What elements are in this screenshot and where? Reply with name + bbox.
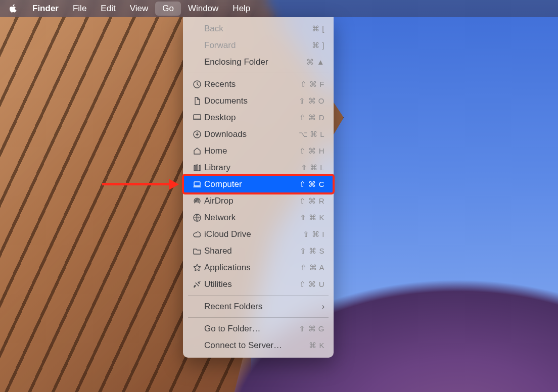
menu-item-airdrop[interactable]: AirDrop⇧ ⌘ R <box>183 192 334 209</box>
home-icon <box>190 146 204 156</box>
menubar-app-name[interactable]: Finder <box>25 2 66 16</box>
menu-item-shortcut: ⌘ ] <box>312 41 324 50</box>
menu-item-shortcut: ⇧ ⌘ G <box>299 324 324 333</box>
menu-item-label: Recent Folders <box>204 302 322 312</box>
menu-item-shortcut: ⇧ ⌘ L <box>301 163 324 172</box>
go-menu-dropdown: Back⌘ [Forward⌘ ]Enclosing Folder⌘ ▲Rece… <box>183 17 334 358</box>
menu-item-connect-to-server[interactable]: Connect to Server…⌘ K <box>183 337 334 354</box>
menu-item-shortcut: ⌥ ⌘ L <box>299 130 324 139</box>
menu-item-label: Back <box>204 24 312 34</box>
menu-item-desktop[interactable]: Desktop⇧ ⌘ D <box>183 109 334 126</box>
menu-item-label: Home <box>204 146 299 156</box>
menu-item-label: Utilities <box>204 279 299 289</box>
menu-item-shortcut: ⌘ [ <box>312 24 324 33</box>
menu-item-shared[interactable]: Shared⇧ ⌘ S <box>183 242 334 259</box>
menu-item-label: Computer <box>204 179 299 189</box>
menu-item-label: Connect to Server… <box>204 340 309 351</box>
menu-item-shortcut: ⇧ ⌘ A <box>300 263 324 272</box>
menu-item-shortcut: ⇧ ⌘ O <box>299 96 324 106</box>
menu-item-label: Forward <box>204 40 312 51</box>
menu-item-label: Recents <box>204 79 300 89</box>
menu-item-recents[interactable]: Recents⇧ ⌘ F <box>183 76 334 92</box>
menu-item-shortcut: ⌘ ▲ <box>306 58 324 67</box>
menu-item-downloads[interactable]: Downloads⌥ ⌘ L <box>183 126 334 142</box>
menu-item-shortcut: ⇧ ⌘ U <box>299 280 324 289</box>
svg-rect-4 <box>194 182 200 186</box>
applications-icon <box>190 263 204 272</box>
airdrop-icon <box>190 197 204 206</box>
desktop-icon <box>190 113 204 122</box>
library-icon <box>190 163 204 172</box>
svg-rect-2 <box>194 118 201 120</box>
menubar-item-help[interactable]: Help <box>225 2 257 16</box>
document-icon <box>190 96 204 106</box>
menu-item-label: Downloads <box>204 129 299 139</box>
menu-item-shortcut: ⇧ ⌘ S <box>300 247 324 256</box>
menubar-item-file[interactable]: File <box>66 2 94 16</box>
svg-point-5 <box>196 200 198 202</box>
menu-item-label: Documents <box>204 96 299 106</box>
menu-item-icloud[interactable]: iCloud Drive⇧ ⌘ I <box>183 226 334 242</box>
menu-item-shortcut: ⇧ ⌘ K <box>300 213 324 222</box>
menu-item-home[interactable]: Home⇧ ⌘ H <box>183 142 334 159</box>
menu-item-label: Applications <box>204 263 300 273</box>
menu-item-back: Back⌘ [ <box>183 20 334 37</box>
menu-separator <box>188 317 329 318</box>
menubar-item-view[interactable]: View <box>123 2 156 16</box>
menu-item-enclosing[interactable]: Enclosing Folder⌘ ▲ <box>183 54 334 70</box>
menu-item-forward: Forward⌘ ] <box>183 37 334 54</box>
menu-item-computer[interactable]: Computer⇧ ⌘ C <box>183 176 334 192</box>
menubar-item-window[interactable]: Window <box>181 2 225 16</box>
menu-item-label: Shared <box>204 246 300 256</box>
menu-item-utilities[interactable]: Utilities⇧ ⌘ U <box>183 276 334 292</box>
menu-item-label: Desktop <box>204 113 299 123</box>
clock-icon <box>190 80 204 89</box>
chevron-right-icon: › <box>322 302 324 311</box>
menu-item-label: Enclosing Folder <box>204 57 306 67</box>
menu-item-label: iCloud Drive <box>204 229 303 239</box>
menu-item-label: Library <box>204 163 301 173</box>
menu-item-applications[interactable]: Applications⇧ ⌘ A <box>183 259 334 276</box>
downloads-icon <box>190 130 204 139</box>
menu-item-label: Network <box>204 213 300 223</box>
menu-item-shortcut: ⇧ ⌘ H <box>299 146 324 156</box>
menu-item-shortcut: ⇧ ⌘ C <box>299 180 324 189</box>
menu-item-library[interactable]: Library⇧ ⌘ L <box>183 159 334 176</box>
menubar: Finder FileEditViewGoWindowHelp <box>0 0 558 17</box>
menu-item-network[interactable]: Network⇧ ⌘ K <box>183 209 334 226</box>
menubar-item-edit[interactable]: Edit <box>94 2 122 16</box>
menu-item-shortcut: ⇧ ⌘ I <box>303 230 324 239</box>
network-icon <box>190 213 204 222</box>
menu-item-documents[interactable]: Documents⇧ ⌘ O <box>183 92 334 109</box>
menu-item-shortcut: ⌘ K <box>309 341 324 350</box>
menu-separator <box>188 295 329 296</box>
menu-item-go-to-folder[interactable]: Go to Folder…⇧ ⌘ G <box>183 320 334 337</box>
menubar-item-go[interactable]: Go <box>155 2 181 16</box>
menu-item-label: Go to Folder… <box>204 324 299 334</box>
menu-separator <box>188 73 329 73</box>
menu-item-shortcut: ⇧ ⌘ F <box>300 80 324 89</box>
menu-item-label: AirDrop <box>204 196 299 206</box>
menu-item-shortcut: ⇧ ⌘ R <box>299 197 324 206</box>
apple-menu-icon[interactable] <box>9 4 19 14</box>
computer-icon <box>190 180 204 189</box>
menu-item-shortcut: ⇧ ⌘ D <box>299 113 324 122</box>
menu-item-recent-folders[interactable]: Recent Folders› <box>183 298 334 315</box>
cloud-icon <box>190 230 204 239</box>
utilities-icon <box>190 280 204 289</box>
folder-icon <box>190 247 204 256</box>
